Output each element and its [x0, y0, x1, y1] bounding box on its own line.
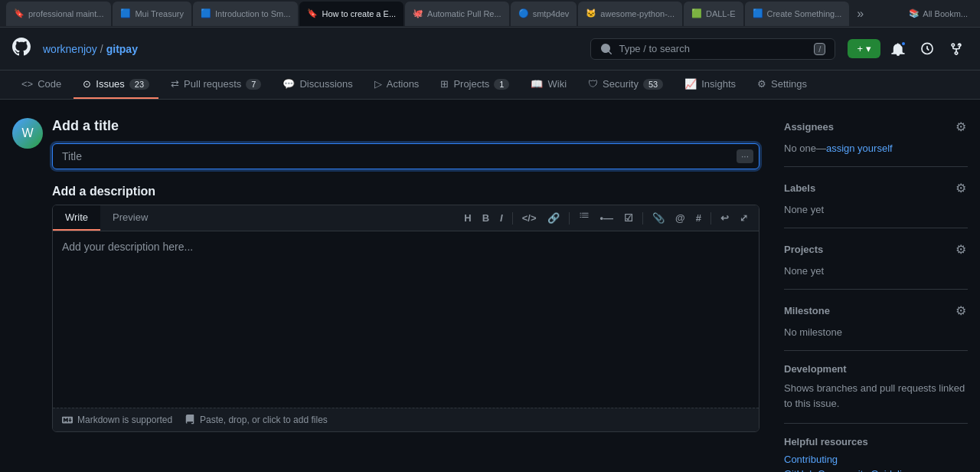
nav-projects[interactable]: ⊞ Projects 1: [431, 70, 518, 99]
attachment-button[interactable]: 📎: [648, 209, 669, 227]
projects-gear-button[interactable]: ⚙: [954, 241, 968, 258]
issue-title-input[interactable]: [52, 143, 760, 169]
search-bar[interactable]: Type / to search /: [590, 38, 835, 60]
tab-icon-treasury: 🟦: [120, 8, 131, 19]
file-upload-label[interactable]: Paste, drop, or click to add files: [185, 415, 328, 425]
issue-sidebar: Assignees ⚙ No one—assign yourself Label…: [784, 118, 968, 472]
ordered-list-button[interactable]: [574, 208, 594, 228]
community-guidelines-link[interactable]: GitHub Community Guidelines: [784, 468, 968, 472]
preview-tab[interactable]: Preview: [100, 205, 160, 231]
nav-wiki[interactable]: 📖 Wiki: [521, 70, 576, 99]
github-username[interactable]: worknenjoy: [43, 43, 97, 55]
github-repo-name[interactable]: gitpay: [106, 43, 138, 55]
tab-icon-autopull: 🐙: [413, 8, 423, 19]
link-button[interactable]: 🔗: [543, 209, 564, 227]
fullscreen-button[interactable]: ⤢: [735, 209, 753, 227]
reference-button[interactable]: #: [691, 209, 706, 227]
description-textarea-area[interactable]: Add your description here...: [53, 231, 759, 408]
breadcrumb-separator: /: [100, 43, 103, 55]
notifications-button[interactable]: [887, 38, 910, 61]
nav-actions[interactable]: ▷ Actions: [365, 70, 429, 99]
tab-introduction[interactable]: 🟦 Introduction to Sm...: [193, 2, 298, 26]
tab-treasury[interactable]: 🟦 Mui Treasury: [113, 2, 191, 26]
milestone-gear-button[interactable]: ⚙: [954, 302, 968, 320]
tab-dalle[interactable]: 🟩 DALL-E: [684, 2, 743, 26]
nav-settings[interactable]: ⚙ Settings: [748, 70, 816, 99]
heading-button[interactable]: H: [459, 209, 475, 227]
toolbar-separator-3: [642, 212, 643, 225]
nav-discussions[interactable]: 💬 Discussions: [273, 70, 361, 99]
bold-button[interactable]: B: [478, 209, 494, 227]
assignees-section: Assignees ⚙ No one—assign yourself: [784, 118, 968, 167]
avatar: W: [12, 118, 43, 149]
milestone-header: Milestone ⚙: [784, 302, 968, 320]
issues-badge: 23: [129, 79, 149, 90]
tab-icon-create: 🟦: [753, 8, 763, 19]
form-content: Add a title ··· Add a description Write …: [52, 118, 760, 432]
contributing-link[interactable]: Contributing: [784, 454, 968, 465]
projects-value: None yet: [784, 265, 824, 277]
labels-gear-button[interactable]: ⚙: [954, 179, 968, 197]
tab-howto[interactable]: 🔖 How to create a E...: [299, 2, 403, 26]
write-tab[interactable]: Write: [53, 205, 100, 231]
bookmarks-button[interactable]: 📚 All Bookm...: [903, 8, 974, 18]
nav-issues[interactable]: ⊙ Issues 23: [74, 70, 158, 99]
header-actions: + ▾: [848, 38, 968, 61]
tab-icon-professional: 🔖: [14, 8, 24, 19]
tab-awesomepy[interactable]: 🐱 awesome-python-...: [578, 2, 682, 26]
tab-professional[interactable]: 🔖 professional maint...: [6, 2, 111, 26]
main-content: W Add a title ··· Add a description Writ…: [0, 100, 980, 472]
nav-pull-requests[interactable]: ⇄ Pull requests 7: [162, 70, 270, 99]
tab-label-smtp4dev: smtp4dev: [533, 9, 570, 18]
issue-form: W Add a title ··· Add a description Writ…: [12, 118, 760, 472]
title-options-button[interactable]: ···: [737, 149, 753, 163]
editor-footer: Markdown is supported Paste, drop, or cl…: [53, 408, 759, 431]
tab-label-awesomepy: awesome-python-...: [600, 9, 675, 18]
notification-dot: [900, 41, 906, 47]
description-section-heading: Add a description: [52, 185, 760, 198]
pullrequest-badge: 7: [246, 79, 261, 90]
more-tabs-button[interactable]: »: [851, 4, 870, 24]
nav-insights[interactable]: 📈 Insights: [675, 70, 745, 99]
assignees-gear-button[interactable]: ⚙: [954, 118, 968, 136]
projects-title: Projects: [784, 244, 823, 255]
code-button[interactable]: </>: [518, 209, 541, 227]
helpful-resources-section: Helpful resources Contributing GitHub Co…: [784, 424, 968, 472]
markdown-support-label: Markdown is supported: [62, 415, 172, 425]
fork-button[interactable]: [945, 38, 968, 61]
tab-autopull[interactable]: 🐙 Automatic Pull Re...: [405, 2, 509, 26]
mention-button[interactable]: @: [671, 209, 690, 227]
github-header: worknenjoy / gitpay Type / to search / +…: [0, 28, 980, 70]
projects-icon: ⊞: [440, 78, 449, 90]
description-editor: Write Preview H B I </> 🔗: [52, 205, 760, 432]
tab-label-howto: How to create a E...: [322, 9, 396, 18]
helpful-links: Contributing GitHub Community Guidelines: [784, 454, 968, 472]
nav-code[interactable]: <> Code: [12, 70, 70, 99]
user-section: W Add a title ··· Add a description Writ…: [12, 118, 760, 432]
timer-button[interactable]: [916, 38, 939, 61]
task-list-button[interactable]: ☑: [619, 209, 638, 227]
assign-yourself-link[interactable]: assign yourself: [826, 143, 893, 154]
browser-tabs-bar: 🔖 professional maint... 🟦 Mui Treasury 🟦…: [0, 0, 980, 28]
title-input-wrapper: ···: [52, 143, 760, 169]
undo-button[interactable]: ↩: [716, 209, 733, 227]
tab-create[interactable]: 🟦 Create Something...: [745, 2, 850, 26]
insights-icon: 📈: [684, 78, 697, 90]
github-logo[interactable]: [12, 38, 31, 61]
tab-smtp4dev[interactable]: 🔵 smtp4dev: [511, 2, 577, 26]
italic-button[interactable]: I: [495, 209, 508, 227]
tab-icon-smtp4dev: 🔵: [518, 8, 529, 19]
pullrequest-icon: ⇄: [171, 78, 179, 90]
development-text: Shows branches and pull requests linked …: [784, 381, 968, 411]
create-new-button[interactable]: + ▾: [848, 39, 880, 58]
development-title: Development: [784, 363, 847, 375]
toolbar-separator-2: [569, 212, 570, 225]
development-header: Development: [784, 363, 968, 375]
milestone-section: Milestone ⚙ No milestone: [784, 290, 968, 351]
milestone-title: Milestone: [784, 305, 830, 316]
repo-breadcrumb: worknenjoy / gitpay: [43, 43, 138, 55]
nav-security[interactable]: 🛡 Security 53: [579, 70, 672, 99]
assignees-value: No one—assign yourself: [784, 142, 968, 154]
security-icon: 🛡: [588, 78, 598, 90]
unordered-list-button[interactable]: •—: [596, 209, 619, 227]
